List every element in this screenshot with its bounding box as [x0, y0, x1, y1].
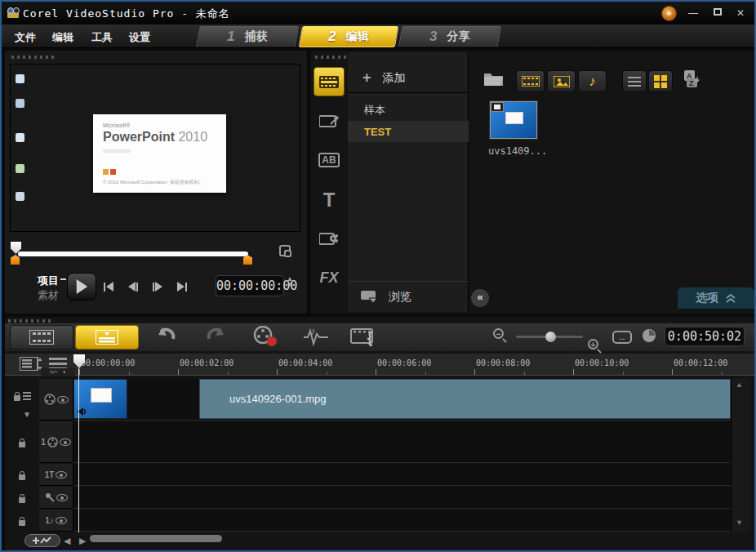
- nav-instant-project-button[interactable]: [314, 106, 345, 136]
- lock-icon: [19, 474, 25, 480]
- redo-button[interactable]: [206, 327, 227, 349]
- prev-frame-button[interactable]: [122, 278, 144, 296]
- menu-settings[interactable]: 设置: [129, 30, 150, 45]
- menu-file[interactable]: 文件: [15, 30, 36, 45]
- maximize-button[interactable]: [709, 7, 727, 19]
- title-track[interactable]: [73, 464, 731, 486]
- scroll-right-icon[interactable]: ▶: [79, 536, 86, 546]
- library-folder-test[interactable]: TEST: [348, 121, 469, 142]
- options-button[interactable]: 选项: [678, 287, 754, 309]
- voice-track-header[interactable]: [39, 487, 73, 509]
- music-track[interactable]: [73, 510, 731, 532]
- video-track-lock[interactable]: [5, 384, 39, 408]
- timeline-view-button[interactable]: [75, 325, 139, 349]
- video-track-header[interactable]: [39, 379, 73, 421]
- track-add-remove-chip[interactable]: +⁄− ▾: [41, 368, 75, 376]
- menu-tools[interactable]: 工具: [91, 30, 113, 45]
- tab-edit[interactable]: 2编辑: [299, 26, 399, 47]
- home-button[interactable]: [98, 278, 119, 296]
- music-track-lock[interactable]: [5, 513, 39, 529]
- auto-music-button[interactable]: [349, 326, 376, 350]
- voice-track[interactable]: [73, 487, 731, 509]
- minimize-button[interactable]: —: [684, 8, 702, 20]
- browse-button[interactable]: 浏览: [348, 281, 469, 312]
- desktop-icon: [16, 164, 24, 173]
- library-folder-sample[interactable]: 样本: [348, 100, 469, 121]
- visibility-eye-icon[interactable]: [60, 438, 71, 446]
- scroll-left-icon[interactable]: ◀: [64, 536, 70, 546]
- powerpoint-splash: Microsoft® PowerPoint 2010 © 2010 Micros…: [93, 114, 226, 193]
- collapse-library-button[interactable]: «: [471, 289, 489, 307]
- visibility-eye-icon[interactable]: [56, 471, 67, 479]
- show-photos-button[interactable]: [547, 70, 576, 92]
- next-frame-button[interactable]: [147, 278, 168, 296]
- clip-mode-label[interactable]: 素材: [38, 288, 59, 303]
- preview-scrub-bar[interactable]: [18, 252, 248, 256]
- record-capture-button[interactable]: [253, 326, 278, 350]
- title-track-header[interactable]: 1T: [39, 464, 73, 486]
- sort-button[interactable]: AZ: [684, 70, 702, 91]
- tab-capture[interactable]: 1捕获: [196, 26, 300, 47]
- corel-guide-button[interactable]: ✳: [661, 6, 677, 21]
- zoom-out-icon[interactable]: −: [493, 328, 504, 339]
- visibility-eye-icon[interactable]: [56, 517, 67, 524]
- media-thumbnail-label[interactable]: uvs1409...: [488, 145, 547, 157]
- splash-copyright: © 2010 Microsoft Corporation. 保留所有权利。: [103, 179, 204, 186]
- visibility-eye-icon[interactable]: [56, 494, 68, 501]
- import-folder-icon[interactable]: [483, 70, 505, 91]
- clip-thumbnail: [73, 379, 127, 419]
- close-button[interactable]: ✕: [732, 8, 749, 20]
- storyboard-view-button[interactable]: [10, 325, 73, 349]
- list-view-button[interactable]: [622, 70, 647, 92]
- mixer-icon: ♪: [302, 326, 330, 347]
- timeline-clip[interactable]: uvs140926-001.mpg: [199, 379, 731, 419]
- timeline-vscrollbar[interactable]: [731, 379, 750, 532]
- overlay-track-header[interactable]: 1: [39, 421, 73, 463]
- title-track-lock[interactable]: [5, 467, 39, 483]
- timeline-icon: [96, 330, 118, 345]
- nav-transition-button[interactable]: AB: [314, 145, 345, 175]
- nav-graphic-button[interactable]: [314, 224, 345, 253]
- nav-media-button[interactable]: [314, 67, 345, 96]
- show-audio-button[interactable]: ♪: [578, 70, 607, 92]
- add-folder-button[interactable]: + 添加: [348, 64, 469, 93]
- nav-title-button[interactable]: T: [314, 185, 345, 215]
- music-track-header[interactable]: 1♪: [39, 510, 73, 532]
- overlay-track[interactable]: [73, 421, 731, 463]
- enlarge-icon[interactable]: [279, 245, 291, 256]
- add-wave-icon: [33, 536, 52, 545]
- insert-to-timeline-button[interactable]: [24, 534, 60, 547]
- play-button[interactable]: [67, 273, 96, 300]
- project-duration-icon[interactable]: [642, 328, 656, 346]
- zoom-in-icon[interactable]: +: [588, 339, 598, 349]
- timecode-spinner[interactable]: ▲ ▼: [287, 276, 293, 287]
- menu-edit[interactable]: 编辑: [52, 30, 73, 45]
- spinner-down-icon[interactable]: ▼: [287, 282, 293, 287]
- splash-brand: Microsoft®: [103, 122, 216, 128]
- fit-project-icon[interactable]: ↔: [612, 331, 632, 344]
- overlay-track-lock[interactable]: [5, 434, 39, 451]
- sound-mixer-button[interactable]: ♪: [302, 326, 330, 350]
- track-manager-button[interactable]: [20, 357, 42, 374]
- media-thumbnail[interactable]: [490, 101, 537, 139]
- preview-timecode[interactable]: 00:00:00:00: [216, 275, 284, 296]
- nav-filter-button[interactable]: FX: [314, 263, 345, 292]
- clock-icon: [642, 328, 656, 343]
- collapse-tracks-icon[interactable]: ▼: [23, 410, 31, 419]
- visibility-eye-icon[interactable]: [57, 396, 69, 403]
- thumbnail-view-button[interactable]: [648, 70, 673, 92]
- tab-share[interactable]: 3分享: [398, 26, 502, 47]
- timeline-hscrollbar[interactable]: [90, 535, 222, 542]
- voice-track-lock[interactable]: [5, 490, 39, 506]
- video-track[interactable]: uvs140926-001.mpg: [73, 379, 731, 421]
- scroll-down-icon[interactable]: ▼: [736, 519, 743, 527]
- timeline-duration[interactable]: 0:00:50:02: [665, 327, 745, 346]
- undo-button[interactable]: [155, 327, 176, 349]
- end-button[interactable]: [171, 278, 193, 296]
- title-track-badge: 1T: [45, 470, 55, 479]
- scroll-up-icon[interactable]: ▲: [736, 381, 743, 389]
- project-mode-label[interactable]: 项目: [38, 274, 59, 288]
- show-videos-button[interactable]: [516, 70, 545, 92]
- office-logo: [103, 169, 116, 175]
- zoom-slider-handle[interactable]: [545, 332, 556, 342]
